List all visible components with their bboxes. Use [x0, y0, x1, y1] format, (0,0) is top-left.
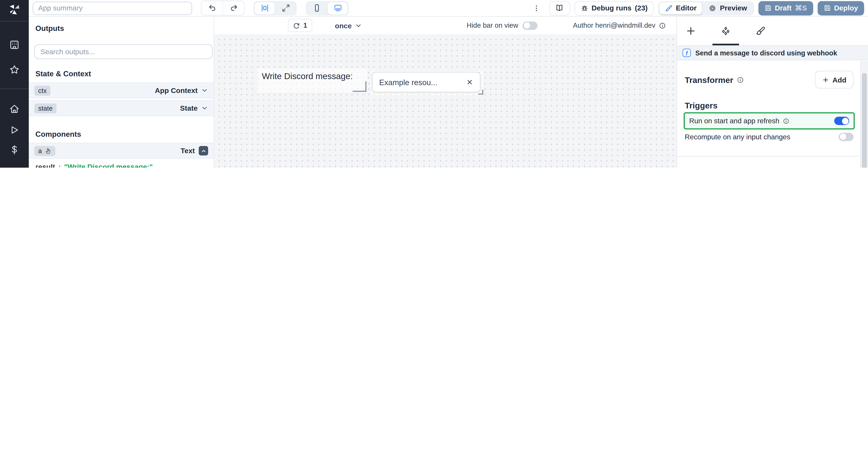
left-nav-sidebar: [0, 0, 29, 168]
kv-value: "Write Discord message:": [64, 162, 153, 168]
undo-redo-group: [201, 1, 245, 15]
docs-button[interactable]: [549, 1, 570, 15]
app-summary-input[interactable]: [33, 1, 192, 15]
hide-bar-toggle[interactable]: [523, 21, 537, 30]
canvas-grid[interactable]: Write Discord message: Example resou... …: [214, 34, 677, 168]
component-row-a[interactable]: a Text: [29, 143, 214, 159]
search-outputs-input[interactable]: [34, 44, 213, 59]
resize-handle[interactable]: [352, 81, 367, 92]
inspector-title: Send a message to discord using webhook: [695, 49, 837, 57]
recompute-toggle[interactable]: [839, 133, 854, 141]
inspector-header: f Send a message to discord using webhoo…: [677, 45, 868, 60]
outputs-title: Outputs: [35, 24, 64, 33]
home-icon[interactable]: [9, 103, 20, 114]
component-a-id: a: [38, 147, 42, 155]
state-row[interactable]: state State: [29, 100, 214, 116]
info-icon[interactable]: [659, 22, 666, 29]
draft-button[interactable]: Draft ⌘S: [758, 1, 813, 15]
align-center-button[interactable]: [255, 2, 275, 14]
inspector-tabs: [677, 16, 868, 45]
info-icon[interactable]: [783, 118, 789, 124]
debug-runs-label: Debug runs: [591, 4, 631, 12]
hand-pointer-icon: [44, 147, 51, 154]
recompute-row: Recompute on any input changes: [685, 131, 854, 142]
add-component-tab[interactable]: [686, 26, 696, 36]
connections-tab[interactable]: [721, 26, 731, 36]
star-icon[interactable]: [9, 64, 20, 75]
run-on-start-row: Run on start and app refresh: [684, 112, 855, 129]
app-canvas: 1 once Hide bar on view Author henri@win…: [214, 16, 677, 168]
transformer-heading: Transformer: [685, 75, 744, 84]
component-a-type: Text: [181, 146, 195, 155]
collapse-a-button[interactable]: [199, 146, 208, 156]
tab-editor[interactable]: Editor: [659, 2, 702, 14]
clear-selection-icon[interactable]: [466, 78, 473, 86]
state-type-label: State: [180, 104, 198, 112]
undo-button[interactable]: [202, 1, 223, 15]
draft-shortcut: ⌘S: [795, 4, 807, 12]
desktop-view-button[interactable]: [328, 2, 348, 14]
kv-key: result: [35, 162, 55, 168]
ctx-type-label: App Context: [155, 86, 198, 95]
state-badge: state: [34, 103, 57, 113]
hide-bar-label: Hide bar on view: [467, 22, 518, 29]
refresh-mode-dropdown[interactable]: once: [335, 16, 362, 34]
style-tab[interactable]: [756, 26, 766, 36]
component-inspector: f Send a message to discord using webhoo…: [677, 16, 868, 168]
run-on-start-toggle[interactable]: [834, 117, 849, 125]
state-context-heading: State & Context: [35, 70, 91, 78]
outputs-panel: Outputs State & Context ctx App Context …: [29, 16, 214, 168]
canvas-toolbar: 1 once Hide bar on view Author henri@win…: [214, 16, 677, 35]
chevron-down-icon[interactable]: [201, 105, 208, 112]
redo-button[interactable]: [223, 1, 244, 15]
mobile-view-button[interactable]: [307, 2, 327, 14]
dollar-icon[interactable]: [9, 144, 20, 156]
kebab-menu-icon[interactable]: [530, 4, 542, 12]
resource-select-input[interactable]: Example resou...: [372, 72, 480, 92]
building-icon[interactable]: [9, 39, 20, 51]
ctx-row[interactable]: ctx App Context: [29, 82, 214, 99]
ctx-badge: ctx: [34, 86, 51, 96]
top-toolbar: Debug runs (23) Editor Preview Draft ⌘S …: [29, 0, 868, 16]
debug-runs-button[interactable]: Debug runs (23): [575, 1, 654, 15]
triggers-heading: Triggers: [685, 101, 717, 110]
resource-select-component: Example resou...: [371, 71, 484, 95]
tab-preview[interactable]: Preview: [703, 2, 753, 14]
add-transformer-button[interactable]: Add: [815, 71, 854, 89]
inspector-scrollbar[interactable]: [860, 61, 868, 168]
layout-tools-group: [254, 1, 297, 15]
inputs-heading: Inputs: [685, 167, 710, 168]
refresh-count-button[interactable]: 1: [288, 19, 312, 32]
editor-preview-switch: Editor Preview: [658, 1, 754, 15]
windmill-app-editor: Debug runs (23) Editor Preview Draft ⌘S …: [0, 0, 868, 168]
play-icon[interactable]: [9, 125, 20, 135]
function-icon: f: [683, 48, 691, 57]
debug-runs-count: (23): [635, 4, 648, 12]
text-component[interactable]: Write Discord message:: [257, 69, 367, 92]
author-label: Author henri@windmill.dev: [573, 22, 655, 29]
chevron-down-icon[interactable]: [201, 87, 208, 94]
fullscreen-button[interactable]: [276, 2, 296, 14]
device-preview-group: [306, 1, 349, 15]
windmill-logo[interactable]: [8, 3, 21, 16]
resize-handle[interactable]: [478, 90, 483, 95]
active-tab-indicator: [712, 44, 739, 45]
deploy-button[interactable]: Deploy: [817, 1, 864, 15]
info-icon[interactable]: [737, 76, 744, 83]
components-heading: Components: [35, 130, 81, 138]
